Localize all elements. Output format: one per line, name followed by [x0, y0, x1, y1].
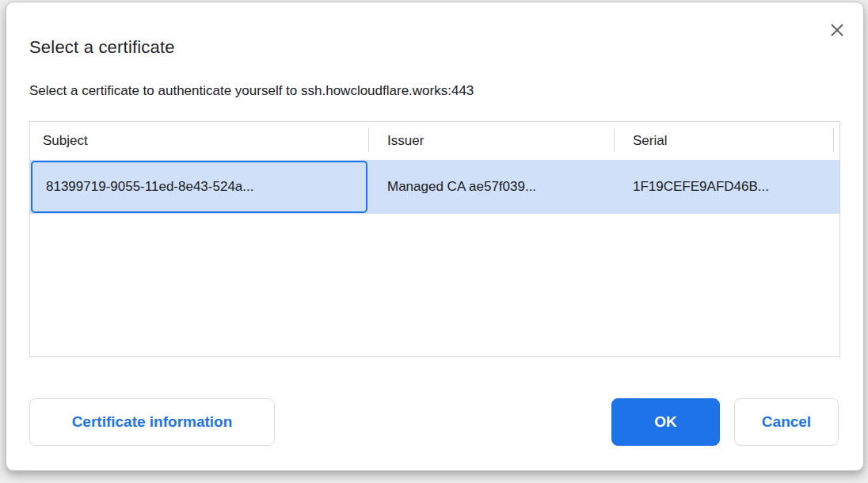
ok-button[interactable]: OK	[611, 398, 720, 446]
certificate-issuer-cell[interactable]: Managed CA ae57f039...	[387, 160, 625, 214]
column-header-serial: Serial	[633, 122, 667, 160]
column-divider	[833, 128, 834, 152]
certificate-list-header: Subject Issuer Serial	[30, 122, 839, 160]
dialog-title: Select a certificate	[29, 37, 175, 58]
dialog-subtitle: Select a certificate to authenticate you…	[29, 83, 474, 99]
certificate-select-dialog: Select a certificate Select a certificat…	[6, 2, 864, 471]
certificate-information-button[interactable]: Certificate information	[29, 398, 275, 446]
certificate-serial-cell[interactable]: 1F19CEFE9AFD46B...	[633, 160, 840, 214]
column-divider	[368, 128, 369, 152]
close-icon	[830, 23, 844, 37]
column-header-subject: Subject	[43, 122, 88, 160]
column-divider	[614, 128, 615, 152]
certificate-row[interactable]: 81399719-9055-11ed-8e43-524a... Managed …	[30, 160, 839, 214]
cancel-button[interactable]: Cancel	[734, 398, 839, 446]
certificate-subject-cell[interactable]: 81399719-9055-11ed-8e43-524a...	[31, 161, 367, 213]
close-button[interactable]	[827, 20, 847, 40]
certificate-list: Subject Issuer Serial 81399719-9055-11ed…	[29, 121, 840, 357]
column-header-issuer: Issuer	[387, 122, 424, 160]
